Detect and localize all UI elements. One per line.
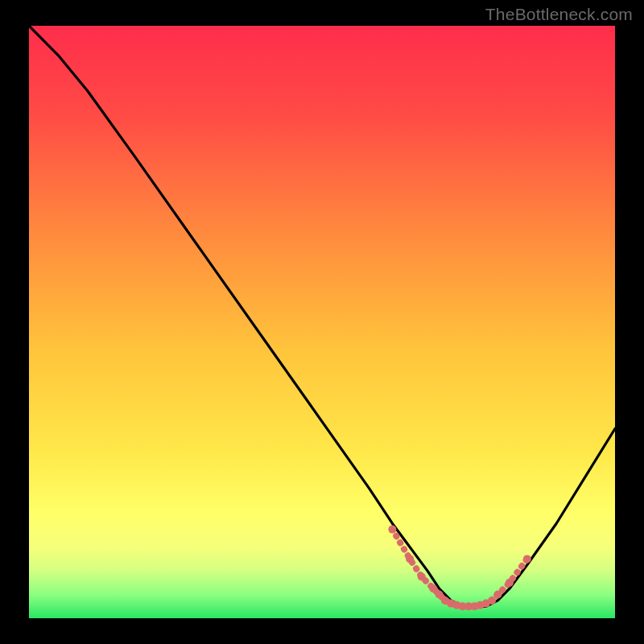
- bottom-dot: [493, 591, 502, 599]
- bottom-dot: [436, 591, 444, 599]
- gradient-background: [29, 26, 615, 618]
- plot-area: [29, 26, 615, 618]
- bottom-dot: [523, 555, 531, 563]
- bottom-dot: [506, 579, 514, 587]
- bottom-dot: [488, 597, 496, 605]
- chart-svg: [29, 26, 615, 618]
- chart-container: TheBottleneck.com: [0, 0, 644, 644]
- watermark-label: TheBottleneck.com: [485, 5, 633, 24]
- bottom-dot: [406, 555, 414, 563]
- bottom-dot: [388, 526, 396, 534]
- bottom-dot: [429, 584, 437, 592]
- bottom-dot: [418, 572, 426, 580]
